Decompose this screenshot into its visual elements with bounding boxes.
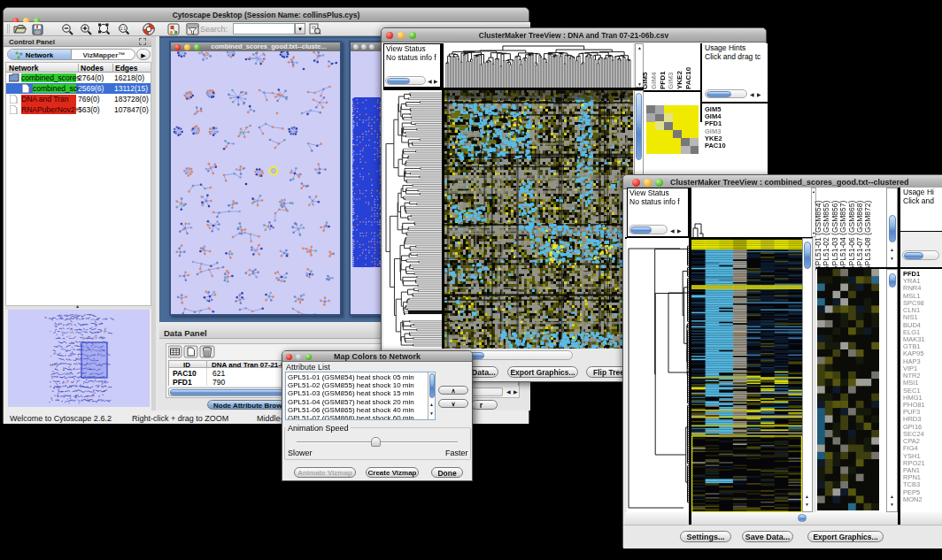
svg-text:1:1: 1:1 [120,27,127,31]
